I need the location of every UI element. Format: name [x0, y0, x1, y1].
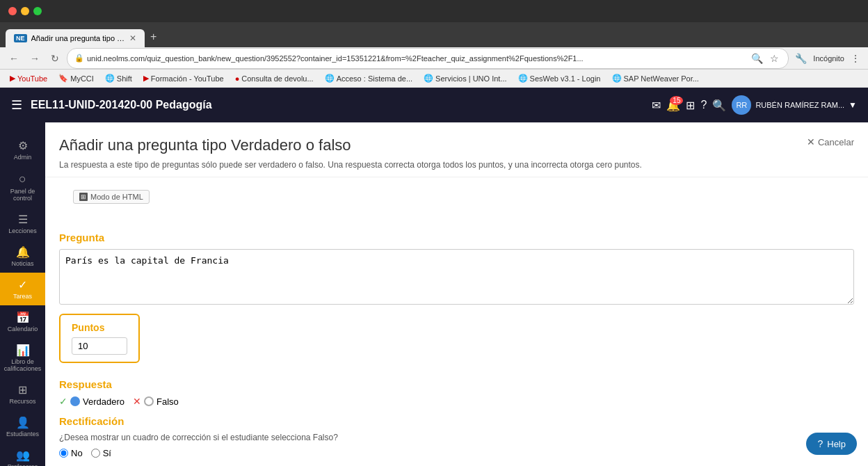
close-window-btn[interactable]: [8, 7, 17, 15]
puntos-box: Puntos: [59, 314, 140, 363]
shift-icon: 🌐: [105, 74, 115, 83]
servicios-icon: 🌐: [424, 74, 433, 83]
rect-si-option[interactable]: Sí: [91, 448, 111, 458]
mail-icon[interactable]: ✉: [652, 99, 661, 112]
falso-radio[interactable]: [144, 396, 154, 406]
falso-option[interactable]: ✕ Falso: [133, 396, 179, 407]
rect-si-label: Sí: [103, 448, 111, 458]
forward-btn[interactable]: →: [26, 51, 43, 65]
sidebar-item-admin[interactable]: ⚙ Admin: [0, 134, 45, 166]
url-bar[interactable]: unid.neolms.com/quiz_question_bank/new_q…: [87, 54, 746, 63]
sidebar-item-recursos[interactable]: ⊞ Recursos: [0, 378, 45, 410]
sidebar-item-tareas[interactable]: ✓ Tareas: [0, 273, 45, 305]
falso-x-icon: ✕: [133, 396, 141, 407]
dropdown-arrow-icon[interactable]: ▼: [849, 100, 857, 110]
sap-icon: 🌐: [612, 74, 622, 83]
page-header: Añadir una pregunta tipo Verdadero o fal…: [45, 122, 868, 177]
hamburger-icon[interactable]: ☰: [11, 97, 22, 113]
rect-no-radio[interactable]: [59, 449, 68, 458]
tab-title: Añadir una pregunta tipo Verda...: [31, 34, 125, 42]
verdadero-radio[interactable]: [70, 396, 80, 406]
recursos-icon: ⊞: [18, 383, 27, 396]
panel-icon: ○: [19, 172, 26, 186]
avatar: RR: [732, 95, 751, 115]
help-label: Help: [827, 439, 846, 449]
new-tab-btn[interactable]: +: [145, 26, 162, 47]
sidebar-item-calendario[interactable]: 📅 Calendario: [0, 305, 45, 338]
sidebar-item-profesores[interactable]: 👥 Profesores: [0, 443, 45, 466]
html-icon: ⊞: [79, 193, 88, 201]
sidebar-label-profesores: Profesores: [8, 463, 38, 466]
rectificacion-options: No Sí: [59, 448, 854, 458]
active-tab[interactable]: NE Añadir una pregunta tipo Verda... ✕: [6, 29, 145, 47]
rect-no-label: No: [71, 448, 83, 458]
bookmarks-bar: ▶ YouTube 🔖 MyCCI 🌐 Shift ▶ Formación - …: [0, 70, 868, 88]
app-title: EEL11-UNID-201420-00 Pedagogía: [31, 99, 643, 111]
incognito-label: Incógnito: [813, 54, 844, 63]
verdadero-label: Verdadero: [83, 396, 124, 407]
verdadero-check-icon: ✓: [59, 396, 67, 407]
bookmark-shift[interactable]: 🌐 Shift: [101, 72, 136, 84]
cancel-button[interactable]: ✕ Cancelar: [807, 136, 854, 147]
top-nav: ☰ EEL11-UNID-201420-00 Pedagogía ✉ 🔔 15 …: [0, 88, 868, 122]
sidebar-label-tareas: Tareas: [13, 293, 32, 300]
sidebar-label-noticias: Noticias: [11, 260, 33, 267]
estudiantes-icon: 👤: [16, 416, 30, 429]
bookmark-youtube[interactable]: ▶ YouTube: [6, 72, 51, 84]
html-mode-button[interactable]: ⊞ Modo de HTML: [73, 190, 150, 204]
sesweb-icon: 🌐: [518, 74, 528, 83]
extension-icon[interactable]: 🔧: [793, 51, 809, 66]
menu-icon[interactable]: ⋮: [849, 51, 862, 66]
cancel-label: Cancelar: [818, 137, 854, 147]
question-icon[interactable]: ?: [700, 99, 707, 111]
bookmark-sesweb[interactable]: 🌐 SesWeb v3.1 - Login: [514, 72, 605, 84]
rect-si-radio[interactable]: [91, 449, 100, 458]
reload-btn[interactable]: ↻: [47, 51, 63, 65]
bookmark-mycci[interactable]: 🔖 MyCCI: [54, 72, 98, 84]
sidebar-item-estudiantes[interactable]: 👤 Estudiantes: [0, 410, 45, 443]
sidebar-label-estudiantes: Estudiantes: [6, 431, 39, 437]
notification-badge: 15: [670, 96, 683, 105]
bookmark-formacion[interactable]: ▶ Formación - YouTube: [139, 72, 228, 84]
form-body: Pregunta Puntos Respuesta ✓ Verdadero ✕ …: [45, 216, 868, 466]
back-btn[interactable]: ←: [6, 51, 22, 65]
sidebar-label-recursos: Recursos: [9, 398, 35, 405]
puntos-input[interactable]: [72, 337, 127, 355]
sidebar-label-admin: Admin: [14, 154, 32, 161]
minimize-window-btn[interactable]: [21, 7, 29, 15]
sidebar-item-libro[interactable]: 📊 Libro de calificaciones: [0, 338, 45, 378]
bookmark-acceso[interactable]: 🌐 Acceso : Sistema de...: [321, 72, 417, 84]
page-subtitle: La respuesta a este tipo de preguntas só…: [59, 160, 854, 170]
bookmark-icon[interactable]: ☆: [768, 51, 781, 66]
content-area: Añadir una pregunta tipo Verdadero o fal…: [45, 122, 868, 466]
rectificacion-section-label: Rectificación: [59, 415, 854, 427]
verdadero-option[interactable]: ✓ Verdadero: [59, 396, 124, 407]
tareas-icon: ✓: [18, 278, 27, 291]
sidebar-item-panel[interactable]: ○ Panel de control: [0, 166, 45, 207]
bookmark-sap[interactable]: 🌐 SAP NetWeaver Por...: [608, 72, 703, 84]
bookmark-servicios[interactable]: 🌐 Servicios | UNO Int...: [419, 72, 511, 84]
sidebar-label-panel: Panel de control: [3, 188, 42, 202]
cancel-x-icon: ✕: [807, 136, 815, 147]
search-nav-icon[interactable]: 🔍: [712, 99, 726, 112]
maximize-window-btn[interactable]: [33, 7, 42, 15]
user-info[interactable]: RR RUBÉN RAMÍREZ RAM... ▼: [732, 95, 857, 115]
respuesta-section-label: Respuesta: [59, 378, 854, 390]
bookmark-consulta[interactable]: ● Consulta de devolu...: [231, 73, 318, 84]
acceso-icon: 🌐: [325, 74, 335, 83]
pregunta-section-label: Pregunta: [59, 232, 854, 243]
noticias-icon: 🔔: [16, 246, 30, 259]
help-icon: ?: [817, 438, 823, 449]
profesores-icon: 👥: [16, 449, 30, 462]
rect-no-option[interactable]: No: [59, 448, 83, 458]
sidebar-item-lecciones[interactable]: ☰ Lecciones: [0, 207, 45, 240]
help-button[interactable]: ? Help: [806, 433, 857, 455]
close-tab-btn[interactable]: ✕: [129, 33, 136, 43]
question-textarea[interactable]: [59, 249, 854, 305]
sidebar: ⚙ Admin ○ Panel de control ☰ Lecciones 🔔…: [0, 122, 45, 466]
admin-icon: ⚙: [18, 139, 28, 152]
sidebar-label-libro: Libro de calificaciones: [3, 358, 42, 372]
grid-icon[interactable]: ⊞: [686, 99, 695, 112]
youtube-icon: ▶: [10, 74, 15, 83]
sidebar-item-noticias[interactable]: 🔔 Noticias: [0, 240, 45, 273]
